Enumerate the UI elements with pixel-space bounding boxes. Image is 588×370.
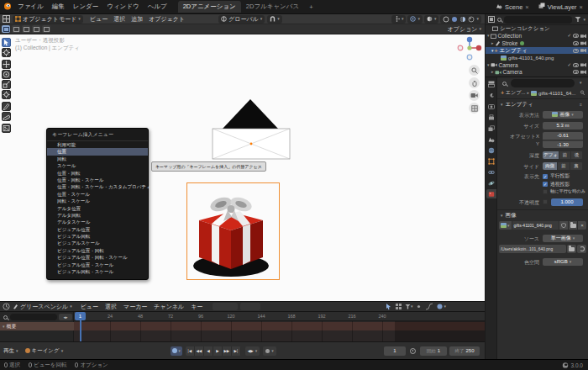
tool-select-box[interactable] [2,38,11,47]
menu-item-rotation[interactable]: 回転 [47,156,148,162]
menu-item-loc-rot-scale[interactable]: 位置・回転・スケール [47,177,148,183]
tool-options-dropdown[interactable]: オプション ▾ [448,25,481,34]
filter-icon[interactable] [575,17,580,22]
outliner-row-empty-selected[interactable]: ▾ + エンプティ [486,47,588,55]
navigation-gizmo[interactable] [457,35,482,61]
unlink-image-button[interactable]: × [578,221,586,230]
disclosure-icon[interactable]: ▾ [491,49,494,53]
select-mode-intersect-button[interactable] [42,25,50,33]
camera-render-icon[interactable] [580,63,586,67]
camera-view-button[interactable] [469,90,480,101]
colorspace-dropdown[interactable]: sRGB▾ [543,258,583,266]
tab-constraints[interactable] [486,167,496,177]
disclosure-icon[interactable]: ▸ [491,41,494,45]
menu-item-rot-scale[interactable]: 回転・スケール [47,198,148,204]
start-frame-field[interactable]: 開始 1 [420,346,447,356]
menu-item-visual-loc-rot-scale[interactable]: ビジュアル位置・回転・スケール [47,254,148,261]
tab-object[interactable] [486,156,496,166]
keying-menu[interactable]: キーイング▾ [25,347,64,355]
offset-y-field[interactable]: -1.30 [543,140,583,148]
outliner-display-mode-icon[interactable] [488,16,495,24]
play-reverse-button[interactable]: ◀ [204,346,213,356]
camera-and-empty-object[interactable] [212,98,291,161]
pan-button[interactable] [469,77,480,88]
show-perspective-checkbox[interactable]: ✓透視投影 [543,181,570,188]
menu-edit[interactable]: 編集 [52,3,65,11]
menu-item-loc-rot[interactable]: 位置・回転 [47,170,148,177]
scene-selector[interactable]: Scene [505,3,522,11]
image-panel-header[interactable]: ▾ 画像 [501,212,517,219]
menu-item-visual-loc-rot[interactable]: ビジュアル位置・回転 [47,247,148,254]
playhead-label[interactable]: 1 [75,312,86,320]
outliner-row-camera-data[interactable]: ▸ Camera [486,69,588,77]
panel-menu-icon[interactable]: ≡ [580,103,582,107]
outliner-row-stroke[interactable]: ▸ Stroke [486,40,588,47]
audio-dropdown[interactable]: ▾ [263,346,276,356]
timeline-menu-view[interactable]: ビュー [81,303,98,311]
viewport-menu-object[interactable]: オブジェクト [149,15,185,24]
keyframe-area[interactable] [74,321,485,341]
menu-item-delta-rotation[interactable]: デルタ回転 [47,212,148,219]
eye-icon[interactable] [573,63,579,67]
image-name-field[interactable]: gifts-41101_640.png [512,221,559,230]
transform-orientation-selector[interactable]: グローバル ▾ [218,15,265,24]
pin-icon[interactable] [580,90,585,97]
tab-scene[interactable] [486,135,496,144]
eye-icon[interactable] [573,41,579,45]
offset-x-field[interactable]: -0.61 [543,132,583,140]
tool-measure[interactable] [2,112,11,121]
sync-dropdown[interactable]: ▾ [171,346,182,356]
open-image-button[interactable] [569,221,577,230]
menu-item-scale[interactable]: スケール [47,162,148,169]
breadcrumb-data[interactable]: gifts-41101_64... [538,91,575,96]
menu-file[interactable]: ファイル [18,3,44,11]
workspace-tab-2dfullcanvas[interactable]: 2Dフルキャンバス [241,1,304,13]
show-orthographic-checkbox[interactable]: ✓平行投影 [543,172,570,180]
eye-icon[interactable] [573,34,579,38]
viewport-menu-select[interactable]: 選択 [113,15,125,24]
playback-menu[interactable]: 再生▾ [3,347,18,355]
disclosure-icon[interactable]: ▸ [491,70,494,74]
eye-icon[interactable] [573,49,579,53]
viewlayer-unlink-icon[interactable]: × [580,3,583,11]
timeline-menu-marker[interactable]: マーカー [123,303,147,311]
next-keyframe-button[interactable]: ▶▶ [223,346,232,356]
scene-unlink-icon[interactable]: × [525,3,528,11]
only-axis-aligned-checkbox[interactable]: ✓軸に平行な時のみ [543,188,585,194]
tool-move[interactable] [2,60,11,69]
menu-render[interactable]: レンダー [73,3,99,11]
menu-help[interactable]: ヘルプ [148,3,167,11]
properties-editor-type-icon[interactable] [486,79,496,88]
snap-grid-toggle[interactable] [395,303,402,310]
menu-item-visual-loc-scale[interactable]: ビジュアル位置・スケール [47,262,148,268]
menu-item-loc-rot-scale-custom[interactable]: 位置・回転・スケール・カスタムプロパティ [47,183,148,190]
image-browse-dropdown[interactable]: ▾ [499,221,512,230]
viewport-menu-add[interactable]: 追加 [131,15,143,24]
tab-render[interactable] [486,102,496,111]
proportional-edit-toggle[interactable] [415,303,423,310]
timeline-ruler[interactable]: 24 48 72 96 120 144 168 192 216 240 [74,312,485,321]
tool-transform[interactable] [2,90,11,99]
tool-scale[interactable] [2,80,11,89]
tab-world[interactable] [486,145,496,155]
prev-keyframe-button[interactable]: ◀◀ [195,346,204,356]
workspace-tab-2danimation[interactable]: 2Dアニメーション [178,1,241,13]
menu-item-delta-scale[interactable]: デルタスケール [47,219,148,225]
frame-step-dropdown[interactable]: ◀▶▾ [245,346,260,356]
xray-toggle[interactable]: ▾ [424,15,439,24]
toggle-projection-button[interactable] [469,103,480,114]
filepath-field[interactable]: /Users/akikoin...101_640.png [499,245,566,253]
gizmo-dropdown[interactable]: ▾ [391,15,407,24]
timeline-editor-type-icon[interactable] [3,303,10,311]
blender-logo-icon[interactable] [3,2,12,12]
camera-render-icon[interactable] [580,41,586,45]
size-field[interactable]: 5.3 m [543,122,583,130]
menu-item-delta-location[interactable]: デルタ位置 [47,205,148,212]
zoom-button[interactable] [469,65,480,76]
tab-object-data-active[interactable] [486,189,496,198]
timeline-menu-channel[interactable]: チャンネル [154,303,184,311]
select-mode-invert-button[interactable] [32,25,40,33]
opacity-slider[interactable]: 1.000 [551,198,583,206]
side-segmented-buttons[interactable]: 両側 前 裏 [543,162,583,170]
depth-segmented-buttons[interactable]: デフォ 前 後 [543,151,583,159]
